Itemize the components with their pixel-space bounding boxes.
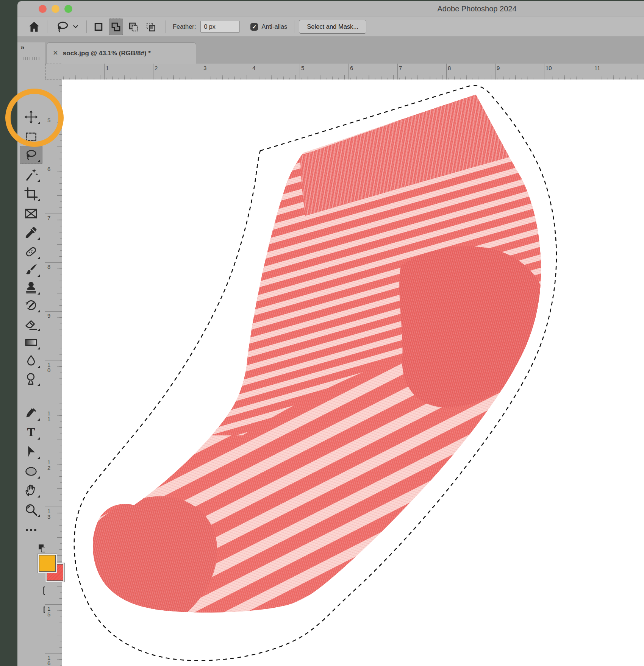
panel-grip[interactable] bbox=[23, 57, 39, 60]
document-tab-title: sock.jpg @ 43.1% (RGB/8#) * bbox=[63, 50, 151, 57]
ruler-tick bbox=[251, 64, 251, 80]
window-title: Adobe Photoshop 2024 bbox=[437, 5, 516, 13]
minimize-window-button[interactable] bbox=[52, 5, 59, 13]
flyout-indicator bbox=[38, 495, 40, 498]
flyout-indicator bbox=[38, 457, 40, 459]
ruler-tick bbox=[45, 311, 62, 312]
flyout-indicator bbox=[38, 476, 40, 479]
ruler-tick bbox=[300, 64, 300, 80]
tool-move[interactable] bbox=[20, 108, 42, 126]
ruler-tick bbox=[593, 64, 593, 80]
flyout-indicator bbox=[38, 384, 40, 386]
ruler-number: 13 bbox=[47, 508, 50, 519]
ruler-number: 10 bbox=[47, 362, 50, 373]
subtract-from-selection-button[interactable] bbox=[126, 19, 141, 35]
add-to-selection-button[interactable] bbox=[109, 19, 123, 35]
tool-healing-brush[interactable] bbox=[20, 243, 42, 261]
separator bbox=[47, 20, 47, 33]
tools-panel: » T bbox=[17, 42, 45, 666]
ruler-origin-box[interactable] bbox=[45, 64, 62, 80]
tool-blur[interactable] bbox=[20, 352, 42, 370]
document-tab[interactable]: × sock.jpg @ 43.1% (RGB/8#) * bbox=[47, 42, 196, 64]
tool-ellipse-shape[interactable] bbox=[20, 462, 42, 480]
ruler-number: 4 bbox=[252, 65, 255, 71]
ruler-tick bbox=[104, 64, 105, 80]
new-selection-icon bbox=[93, 21, 104, 33]
tool-path-select[interactable] bbox=[20, 443, 42, 461]
close-tab-icon[interactable]: × bbox=[53, 48, 58, 58]
tool-dodge[interactable] bbox=[20, 370, 42, 388]
tool-eraser[interactable] bbox=[20, 315, 42, 333]
select-and-mask-button[interactable]: Select and Mask... bbox=[299, 20, 366, 34]
chevron-down-icon bbox=[72, 23, 79, 30]
ruler-number: 2 bbox=[155, 65, 158, 71]
ruler-tick bbox=[45, 214, 62, 214]
tool-clone-stamp[interactable] bbox=[20, 278, 42, 296]
ruler-number: 12 bbox=[47, 459, 50, 471]
ruler-tick bbox=[153, 64, 153, 80]
zoom-window-button[interactable] bbox=[64, 5, 72, 13]
tool-crop[interactable] bbox=[20, 185, 42, 203]
healing-brush-icon bbox=[24, 245, 38, 259]
move-icon bbox=[24, 110, 38, 124]
ruler-number: 5 bbox=[47, 117, 50, 123]
anti-alias-checkbox[interactable]: ✓ bbox=[250, 23, 258, 31]
gradient-icon bbox=[24, 335, 38, 349]
tool-object-selection[interactable] bbox=[20, 165, 42, 184]
ruler-number: 16 bbox=[47, 655, 50, 666]
ruler-tick bbox=[45, 262, 62, 263]
ruler-tick bbox=[45, 604, 62, 605]
history-brush-icon bbox=[24, 298, 38, 312]
ruler-number: 7 bbox=[399, 65, 402, 71]
home-button[interactable] bbox=[26, 19, 42, 34]
intersect-selection-button[interactable] bbox=[144, 19, 158, 35]
tool-zoom[interactable] bbox=[20, 501, 42, 519]
tool-history-brush[interactable] bbox=[20, 296, 42, 314]
flyout-indicator bbox=[38, 347, 40, 349]
separator bbox=[86, 20, 87, 33]
ruler-number: 11 bbox=[47, 410, 50, 422]
feather-input[interactable] bbox=[200, 21, 240, 33]
ruler-number: 11 bbox=[594, 65, 600, 71]
svg-text:T: T bbox=[27, 426, 35, 439]
crop-icon bbox=[24, 187, 38, 201]
tool-hand[interactable] bbox=[20, 481, 42, 499]
current-tool-dropdown[interactable] bbox=[52, 19, 82, 35]
flyout-indicator bbox=[38, 179, 40, 182]
tool-eyedropper[interactable] bbox=[20, 223, 42, 242]
close-window-button[interactable] bbox=[39, 5, 47, 13]
ruler-tick bbox=[495, 64, 496, 80]
tool-brush[interactable] bbox=[20, 260, 42, 279]
ruler-number: 8 bbox=[448, 65, 451, 71]
tool-more-options[interactable] bbox=[20, 521, 42, 539]
ruler-tick bbox=[642, 64, 642, 80]
ruler-number: 6 bbox=[47, 166, 50, 172]
ruler-number: 7 bbox=[47, 215, 50, 221]
ruler-tick bbox=[45, 458, 62, 458]
ruler-number: 5 bbox=[301, 65, 304, 71]
lasso-icon bbox=[55, 19, 70, 34]
intersect-selection-icon bbox=[145, 21, 156, 33]
home-icon bbox=[28, 20, 41, 33]
anti-alias-label: Anti-alias bbox=[261, 23, 287, 30]
ruler-number: 3 bbox=[203, 65, 206, 71]
type-icon: T bbox=[24, 425, 38, 440]
eraser-icon bbox=[24, 317, 38, 331]
brush-icon bbox=[24, 262, 38, 277]
pen-icon bbox=[24, 406, 38, 421]
ruler-tick bbox=[544, 64, 544, 80]
tool-frame[interactable] bbox=[20, 204, 42, 223]
separator bbox=[294, 20, 294, 33]
foreground-color-swatch[interactable] bbox=[39, 555, 56, 572]
subtract-from-selection-icon bbox=[128, 21, 139, 33]
collapse-panel-button[interactable]: » bbox=[20, 43, 24, 51]
tool-pen[interactable] bbox=[20, 404, 42, 423]
document-canvas[interactable] bbox=[62, 80, 644, 666]
tool-lasso[interactable] bbox=[20, 146, 42, 164]
ruler-tick bbox=[349, 64, 349, 80]
tool-gradient[interactable] bbox=[20, 333, 42, 351]
new-selection-button[interactable] bbox=[91, 19, 106, 35]
tool-rectangular-marquee[interactable] bbox=[20, 128, 42, 146]
tool-type[interactable]: T bbox=[20, 423, 42, 441]
flyout-indicator bbox=[38, 275, 40, 277]
